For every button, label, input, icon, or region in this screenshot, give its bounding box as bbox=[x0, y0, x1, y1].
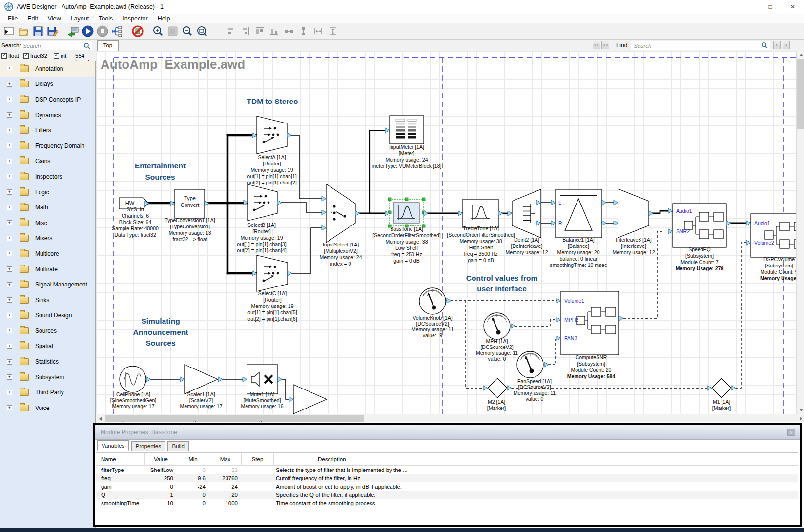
align-left-icon[interactable] bbox=[224, 25, 237, 38]
sidebar-item-gains[interactable]: Gains bbox=[0, 154, 95, 169]
menu-inspector[interactable]: Inspector bbox=[118, 14, 152, 23]
expand-icon[interactable] bbox=[7, 112, 12, 118]
module-m1-marker[interactable]: M1 [1A] [Marker] bbox=[707, 378, 736, 411]
tab-properties[interactable]: Properties bbox=[131, 441, 165, 451]
sidebar-item-statistics[interactable]: Statistics bbox=[0, 354, 95, 369]
module-typeconversion1[interactable]: Type Convert TypeConversion1 [1A] [TypeC… bbox=[165, 189, 215, 242]
menu-file[interactable]: File bbox=[3, 14, 22, 23]
align-top-icon[interactable] bbox=[253, 25, 266, 38]
menu-help[interactable]: Help bbox=[153, 14, 175, 23]
sidebar-item-sound-design[interactable]: Sound Design bbox=[0, 308, 95, 324]
sidebar-item-dynamics[interactable]: Dynamics bbox=[0, 107, 95, 123]
expand-icon[interactable] bbox=[7, 282, 12, 287]
table-row-gain[interactable]: gain 0 -24 24 Amount of boost or cut to … bbox=[96, 482, 798, 491]
sidebar-item-sinks[interactable]: Sinks bbox=[0, 292, 95, 308]
find-forward-button[interactable]: > bbox=[783, 41, 790, 49]
module-speedeq[interactable]: Audio1 SNR2 SpeedEQ [Subsystem] Module C… bbox=[668, 204, 731, 271]
close-button[interactable]: ✕ bbox=[782, 0, 804, 14]
tab-build[interactable]: Build bbox=[167, 441, 189, 451]
checkbox-float[interactable] bbox=[1, 53, 7, 59]
sidebar-item-multirate[interactable]: Multirate bbox=[0, 262, 95, 277]
scroll-down-icon[interactable] bbox=[797, 407, 804, 414]
expand-icon[interactable] bbox=[7, 236, 12, 241]
expand-icon[interactable] bbox=[7, 97, 12, 102]
design-canvas[interactable]: AutoAmp_Example.awd TDM to Stereo Entert… bbox=[96, 51, 804, 422]
save-as-icon[interactable] bbox=[46, 25, 59, 38]
scroll-right-icon[interactable] bbox=[797, 414, 804, 423]
checkbox-int[interactable] bbox=[54, 53, 59, 59]
module-basstone-selected[interactable]: BassTone [1A] [SecondOrderFilterSmoothed… bbox=[372, 198, 441, 264]
space-vertical-icon[interactable] bbox=[327, 25, 339, 38]
module-partial-scaler[interactable] bbox=[289, 385, 327, 414]
module-balance1[interactable]: L R Balance1 [1A] [Balance] Memory usage… bbox=[550, 189, 607, 268]
expand-icon[interactable] bbox=[7, 189, 12, 195]
expand-icon[interactable] bbox=[7, 128, 12, 133]
sidebar-item-frequency-domain[interactable]: Frequency Domain bbox=[0, 138, 95, 154]
sidebar-item-multicore[interactable]: Multicore bbox=[0, 246, 95, 262]
space-horizontal-icon[interactable] bbox=[312, 25, 325, 38]
new-design-icon[interactable] bbox=[2, 25, 15, 38]
expand-icon[interactable] bbox=[7, 205, 12, 210]
halt-audio-icon[interactable] bbox=[131, 25, 144, 38]
expand-icon[interactable] bbox=[7, 359, 12, 365]
zoom-in-icon[interactable] bbox=[152, 25, 165, 38]
expand-icon[interactable] bbox=[7, 344, 12, 349]
find-input[interactable] bbox=[631, 41, 770, 50]
table-row-freq[interactable]: freq 250 9.6 23760 Cutoff frequency of t… bbox=[96, 474, 798, 482]
scroll-up-icon[interactable] bbox=[797, 51, 804, 59]
sidebar-item-filters[interactable]: Filters bbox=[0, 123, 95, 138]
module-deint2[interactable]: Deint2 [1A] [Deinterleave] Memory usage:… bbox=[506, 189, 548, 255]
find-back-button[interactable]: < bbox=[773, 41, 781, 49]
open-icon[interactable] bbox=[17, 25, 30, 38]
expand-icon[interactable] bbox=[7, 390, 12, 395]
zoom-region-icon[interactable] bbox=[166, 25, 179, 38]
module-computesnr[interactable]: Volume1 MPH2 FAN3 ComputeSNR [Subsystem]… bbox=[557, 291, 623, 379]
deploy-target-icon[interactable] bbox=[67, 25, 80, 38]
module-selectA[interactable]: SelectA [1A] [Router] Memory usage: 19 o… bbox=[247, 116, 296, 185]
module-properties-panel[interactable]: Module Properties: BassTone x Variables … bbox=[93, 423, 802, 527]
find-prev-button[interactable]: << bbox=[593, 41, 600, 49]
module-dspcvolume[interactable]: Audio1 Volume2 DSPCVolume [Subsystem] Mo… bbox=[746, 214, 796, 281]
expand-icon[interactable] bbox=[7, 328, 12, 333]
expand-icon[interactable] bbox=[7, 82, 12, 87]
module-cellphone[interactable]: CellPhone [1A] [SineSmoothedGen] Memory … bbox=[110, 366, 157, 409]
sidebar-item-logic[interactable]: Logic bbox=[0, 184, 95, 200]
module-fanspeed[interactable]: FanSpeed [1A] [DCSourceV2] Memory usage:… bbox=[514, 351, 556, 402]
table-row-filtertype[interactable]: filterType ShelfLow 0 22 Selects the typ… bbox=[96, 466, 798, 474]
align-bottom-icon[interactable] bbox=[268, 25, 281, 38]
sidebar-item-sources[interactable]: Sources bbox=[0, 323, 95, 339]
maximize-button[interactable]: □ bbox=[759, 0, 782, 14]
sidebar-item-dsp-concepts-ip[interactable]: DSP Concepts IP bbox=[0, 92, 95, 107]
tab-variables[interactable]: Variables bbox=[97, 440, 129, 451]
module-mph[interactable]: MPH [1A] [DCSourceV2] Memory usage: 11 v… bbox=[476, 313, 518, 362]
sidebar-item-signal-management[interactable]: Signal Management bbox=[0, 277, 95, 292]
module-inputselect[interactable]: InputSelect [1A] [MultiplexorV2] Memory … bbox=[320, 184, 362, 266]
canvas-vertical-scrollbar[interactable] bbox=[796, 51, 804, 414]
sidebar-item-subsystem[interactable]: Subsystem bbox=[0, 369, 95, 385]
expand-icon[interactable] bbox=[7, 374, 12, 380]
sidebar-item-spatial[interactable]: Spatial bbox=[0, 339, 95, 354]
expand-icon[interactable] bbox=[7, 251, 12, 256]
sidebar-item-inspectors[interactable]: Inspectors bbox=[0, 169, 95, 184]
tab-top[interactable]: Top bbox=[97, 40, 119, 51]
filter-int[interactable]: int bbox=[54, 53, 66, 59]
align-right-icon[interactable] bbox=[239, 25, 251, 38]
expand-icon[interactable] bbox=[7, 143, 12, 148]
sidebar-item-delays[interactable]: Delays bbox=[0, 77, 95, 92]
vertical-scroll-thumb[interactable] bbox=[797, 59, 804, 129]
module-volumeknob[interactable]: VolumeKnob [1A] [DCSourceV2] Memory usag… bbox=[412, 288, 454, 338]
panel-close-icon[interactable]: x bbox=[787, 429, 795, 436]
expand-icon[interactable] bbox=[7, 220, 12, 225]
sidebar-item-annotation[interactable]: Annotation bbox=[0, 61, 95, 77]
menu-layout[interactable]: Layout bbox=[66, 14, 94, 23]
module-trebletone[interactable]: TrebleTone [1A] [SecondOrderFilterSmooth… bbox=[447, 199, 515, 263]
layout-hierarchy-icon[interactable] bbox=[111, 25, 124, 38]
distribute-horizontal-icon[interactable] bbox=[283, 25, 295, 38]
distribute-vertical-icon[interactable] bbox=[297, 25, 310, 38]
filter-float[interactable]: float bbox=[1, 53, 19, 59]
panel-header[interactable]: Module Properties: BassTone x bbox=[95, 425, 800, 440]
table-row-q[interactable]: Q 1 0 20 Specifies the Q of the filter, … bbox=[96, 491, 798, 499]
module-scaler1[interactable]: Scaler1 [1A] [ScalerV2] Memory usage: 17 bbox=[180, 365, 223, 409]
search-input[interactable] bbox=[21, 41, 92, 50]
expand-icon[interactable] bbox=[7, 159, 12, 164]
